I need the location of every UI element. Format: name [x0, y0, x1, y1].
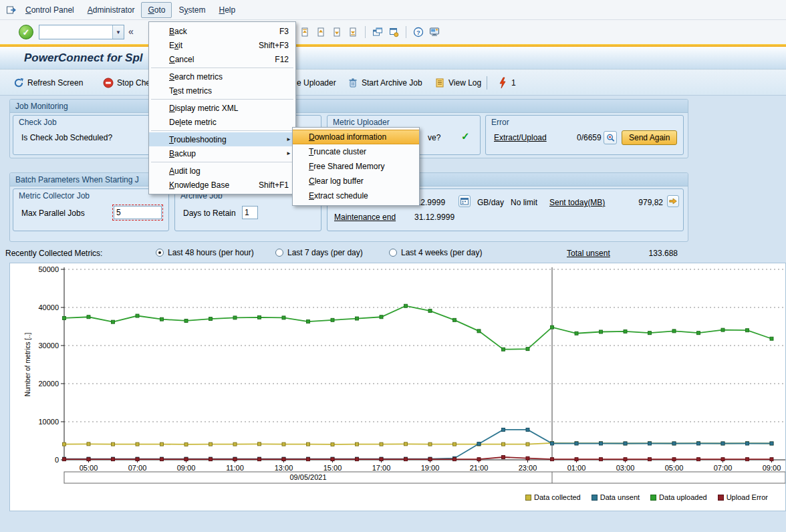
- menu-shortcut: F3: [279, 27, 289, 36]
- radio-button-icon[interactable]: [156, 249, 164, 257]
- submenu-arrow-icon: ►: [286, 136, 291, 142]
- svg-text:09:00: 09:00: [763, 464, 781, 472]
- check-job-question-label: Is Check Job Scheduled?: [21, 133, 112, 142]
- svg-text:09/05/2021: 09/05/2021: [289, 473, 326, 481]
- toolbar-separator: [406, 26, 406, 38]
- menu-item-test-metrics[interactable]: Test metrics: [149, 84, 295, 98]
- dropdown-arrow-icon[interactable]: ▼: [112, 25, 124, 39]
- submenu-arrow-icon: ►: [286, 150, 291, 156]
- goto-menu-popup: BackF3ExitShift+F3CancelF12Search metric…: [148, 21, 296, 194]
- svg-text:05:00: 05:00: [80, 464, 98, 472]
- toolbar-icon-strip: ?: [298, 25, 441, 39]
- legend-item-data-collected: Data collected: [525, 493, 581, 501]
- menu-item-back[interactable]: BackF3: [149, 24, 295, 38]
- radio-button-icon[interactable]: [275, 249, 283, 257]
- send-again-button[interactable]: Send Again: [622, 130, 677, 145]
- metrics-chart-panel: 0100002000030000400005000005:0007:0009:0…: [9, 263, 786, 511]
- menu-separator: [151, 68, 293, 68]
- svg-text:13:00: 13:00: [275, 464, 293, 472]
- job-monitoring-header[interactable]: Job Monitoring: [10, 100, 688, 113]
- alert-indicator[interactable]: 1: [495, 75, 519, 91]
- new-session-icon[interactable]: [371, 25, 384, 39]
- menu-separator: [151, 99, 293, 100]
- display-errors-button[interactable]: [604, 131, 617, 144]
- recently-collected-label: Recently Collected Metrics:: [5, 249, 102, 258]
- legend-item-data-uploaded: Data uploaded: [650, 493, 707, 501]
- stop-uploader-button[interactable]: e Uploader: [294, 75, 339, 91]
- submenu-item-truncate-cluster[interactable]: Truncate cluster: [293, 144, 419, 159]
- svg-text:30000: 30000: [38, 342, 59, 350]
- first-page-icon[interactable]: [298, 25, 311, 39]
- next-page-icon[interactable]: [330, 25, 344, 39]
- menu-item-audit-log[interactable]: Audit log: [149, 164, 295, 178]
- svg-text:03:00: 03:00: [616, 464, 635, 472]
- submenu-item-free-shared-memory[interactable]: Free Shared Memory: [293, 159, 419, 174]
- max-parallel-jobs-field[interactable]: [114, 206, 162, 219]
- refresh-icon: [13, 78, 24, 88]
- enter-button[interactable]: ✓: [19, 25, 33, 39]
- metric-collector-title: Metric Collector Job: [19, 191, 90, 201]
- legend-marker-icon: [592, 495, 598, 501]
- menu-bar-items: Control PanelAdministratorGotoSystemHelp: [19, 2, 242, 18]
- menu-item-exit[interactable]: ExitShift+F3: [149, 38, 295, 52]
- date-picker-button[interactable]: [458, 195, 471, 207]
- menu-item-knowledge-base[interactable]: Knowledge BaseShift+F1: [149, 178, 295, 192]
- page-title: PowerConnect for Spl: [24, 51, 143, 65]
- collapse-toolbar-icon[interactable]: «: [128, 26, 134, 37]
- command-input[interactable]: [39, 25, 112, 39]
- view-log-button[interactable]: View Log: [432, 75, 484, 91]
- menu-item-cancel[interactable]: CancelF12: [149, 52, 295, 66]
- sent-today-label: Sent today(MB): [549, 198, 605, 207]
- extract-upload-label: Extract/Upload: [494, 133, 547, 142]
- menu-goto[interactable]: Goto: [141, 2, 172, 18]
- submenu-item-clear-log-buffer[interactable]: Clear log buffer: [293, 174, 419, 188]
- svg-text:11:00: 11:00: [226, 464, 244, 472]
- application-toolbar: Refresh Screen Stop Che e Uploader Start…: [0, 70, 786, 96]
- maintenance-end-label: Maintenance end: [334, 213, 396, 222]
- toolbar-separator: [487, 76, 487, 90]
- menu-control-panel[interactable]: Control Panel: [19, 2, 81, 18]
- menu-item-troubleshooting[interactable]: Troubleshooting►: [149, 132, 295, 146]
- last-page-icon[interactable]: [346, 25, 360, 39]
- submenu-item-download-information[interactable]: Download information: [293, 130, 419, 144]
- menu-item-search-metrics[interactable]: Search metrics: [149, 70, 295, 84]
- submenu-item-extract-schedule[interactable]: Extract schedule: [293, 188, 419, 203]
- create-shortcut-icon[interactable]: [387, 25, 400, 39]
- session-menu-icon[interactable]: [4, 4, 19, 16]
- menu-item-display-metric-xml[interactable]: Display metric XML: [149, 101, 295, 115]
- previous-page-icon[interactable]: [314, 25, 328, 39]
- sap-gui-window: Control PanelAdministratorGotoSystemHelp…: [0, 0, 786, 532]
- menu-item-delete-metric[interactable]: Delete metric: [149, 115, 295, 129]
- check-job-title: Check Job: [19, 118, 57, 127]
- legend-marker-icon: [718, 495, 724, 501]
- refresh-screen-button[interactable]: Refresh Screen: [11, 75, 86, 91]
- error-group: Error Extract/Upload 0/6659 Send Again: [485, 115, 684, 155]
- svg-text:07:00: 07:00: [714, 464, 733, 472]
- radio-last-7-days-per-day[interactable]: Last 7 days (per day): [275, 248, 363, 257]
- customize-layout-icon[interactable]: [428, 25, 441, 39]
- radio-last-48-hours-per-hour[interactable]: Last 48 hours (per hour): [156, 248, 254, 257]
- toolbar-separator: [365, 26, 366, 38]
- metrics-line-chart[interactable]: 0100002000030000400005000005:0007:0009:0…: [10, 263, 785, 511]
- menu-help[interactable]: Help: [212, 2, 242, 18]
- menu-shortcut: Shift+F1: [259, 180, 289, 190]
- menu-shortcut: Shift+F3: [259, 41, 289, 50]
- menu-administrator[interactable]: Administrator: [81, 2, 142, 18]
- days-to-retain-field[interactable]: [242, 206, 258, 219]
- legend-item-upload-error: Upload Error: [718, 493, 768, 501]
- menu-item-backup[interactable]: Backup►: [149, 146, 295, 160]
- radio-last-4-weeks-per-day[interactable]: Last 4 weeks (per day): [389, 248, 482, 257]
- export-button[interactable]: [667, 195, 679, 207]
- svg-text:09:00: 09:00: [177, 464, 196, 472]
- svg-text:05:00: 05:00: [665, 464, 684, 472]
- menu-shortcut: F12: [275, 55, 289, 64]
- command-field[interactable]: ▼: [39, 25, 124, 39]
- total-unsent-label: Total unsent: [567, 249, 610, 258]
- error-title: Error: [491, 118, 509, 127]
- stop-check-button[interactable]: Stop Che: [100, 75, 153, 91]
- menu-system[interactable]: System: [172, 2, 212, 18]
- help-icon[interactable]: ?: [412, 25, 425, 39]
- radio-button-icon[interactable]: [389, 249, 397, 257]
- start-archive-job-button[interactable]: Start Archive Job: [345, 75, 425, 91]
- svg-text:15:00: 15:00: [323, 464, 342, 472]
